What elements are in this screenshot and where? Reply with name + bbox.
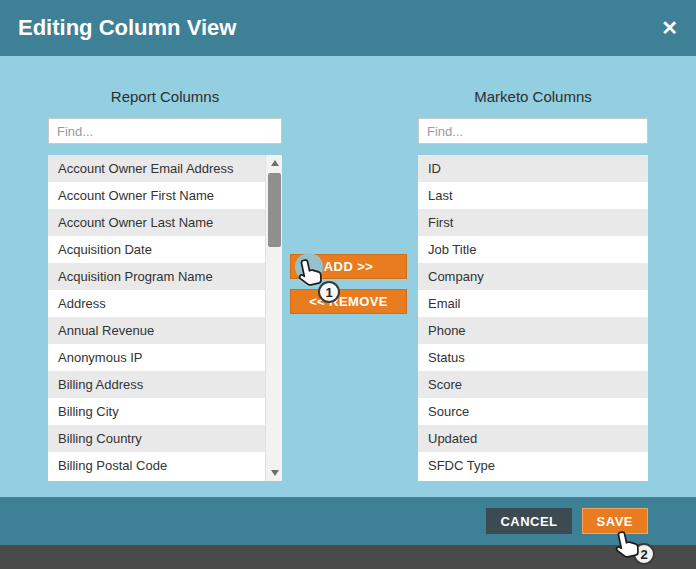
report-column-item[interactable]: Account Owner Last Name [48, 209, 265, 236]
marketo-column-item[interactable]: Source [418, 398, 648, 425]
scroll-up-icon[interactable] [266, 155, 282, 171]
report-column-item[interactable]: Address [48, 290, 265, 317]
marketo-column-item[interactable]: Phone [418, 317, 648, 344]
page-background-strip [0, 545, 696, 569]
report-column-item[interactable]: Annual Revenue [48, 317, 265, 344]
marketo-column-item[interactable]: Score [418, 371, 648, 398]
report-column-item[interactable]: Anonymous IP [48, 344, 265, 371]
dialog-header: Editing Column View ✕ [0, 0, 696, 56]
marketo-column-item[interactable]: Email [418, 290, 648, 317]
report-column-item[interactable]: Billing Address [48, 371, 265, 398]
marketo-column-item[interactable]: SFDC Type [418, 452, 648, 479]
report-column-item[interactable]: Acquisition Date [48, 236, 265, 263]
dialog-title: Editing Column View [18, 15, 236, 41]
cancel-button[interactable]: CANCEL [486, 508, 571, 534]
marketo-columns-list: IDLastFirstJob TitleCompanyEmailPhoneSta… [418, 155, 648, 481]
dialog-footer: CANCEL SAVE [0, 497, 696, 545]
scroll-down-icon[interactable] [266, 465, 282, 481]
report-column-item[interactable]: Billing Postal Code [48, 452, 265, 479]
editing-column-view-dialog: Editing Column View ✕ Report Columns Mar… [0, 0, 696, 569]
marketo-column-item[interactable]: Updated [418, 425, 648, 452]
report-column-item[interactable]: Account Owner Email Address [48, 155, 265, 182]
scrollbar[interactable] [265, 155, 282, 481]
marketo-column-item[interactable]: Status [418, 344, 648, 371]
marketo-column-item[interactable]: Company [418, 263, 648, 290]
marketo-column-item[interactable]: Last [418, 182, 648, 209]
scrollbar-thumb[interactable] [268, 173, 281, 247]
report-column-item[interactable]: Account Owner First Name [48, 182, 265, 209]
close-icon[interactable]: ✕ [661, 18, 678, 38]
report-columns-heading: Report Columns [48, 88, 282, 105]
report-columns-list: Account Owner Email AddressAccount Owner… [48, 155, 282, 481]
marketo-columns-heading: Marketo Columns [418, 88, 648, 105]
report-columns-find-input[interactable] [48, 118, 282, 144]
report-column-item[interactable]: Billing Country [48, 425, 265, 452]
marketo-column-item[interactable]: First [418, 209, 648, 236]
report-column-item[interactable]: Acquisition Program Name [48, 263, 265, 290]
dialog-body: Report Columns Marketo Columns Account O… [0, 56, 696, 497]
marketo-columns-find-input[interactable] [418, 118, 648, 144]
report-column-item[interactable]: Billing City [48, 398, 265, 425]
marketo-column-item[interactable]: ID [418, 155, 648, 182]
marketo-column-item[interactable]: Job Title [418, 236, 648, 263]
